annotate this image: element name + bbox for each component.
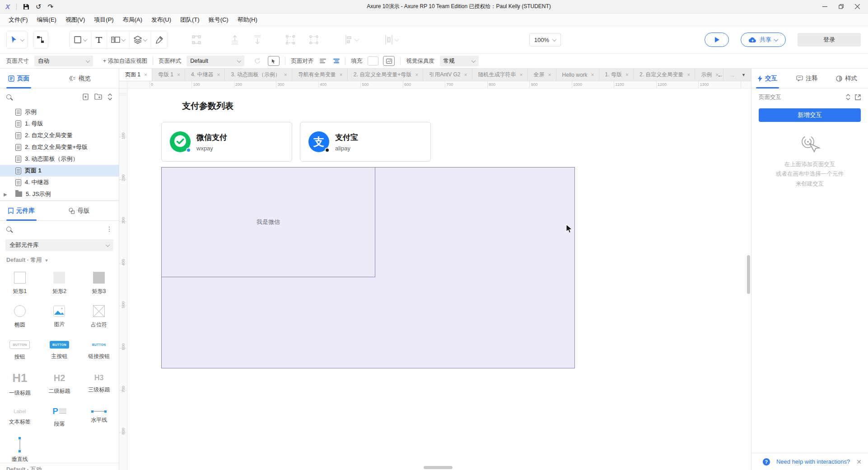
rectangle-tool-button[interactable] <box>70 31 91 48</box>
add-page-button[interactable] <box>82 93 89 100</box>
vertical-scrollbar[interactable] <box>747 255 750 294</box>
document-tab[interactable]: 导航有全局变量 × <box>292 69 348 81</box>
widget-ellipse[interactable]: 椭圆 <box>0 300 40 334</box>
horizontal-scrollbar[interactable] <box>424 466 453 469</box>
close-icon[interactable]: × <box>548 72 551 78</box>
close-icon[interactable]: × <box>687 72 690 78</box>
page-tree-item[interactable]: ▶ 3. 动态面板（示例） <box>0 153 119 165</box>
dynamic-panel-outer[interactable]: 我是微信 <box>161 167 575 368</box>
menu-item[interactable]: 编辑(E) <box>33 14 61 26</box>
document-tab[interactable]: Hello work × <box>556 69 599 81</box>
page-tree-item[interactable]: ▶ 1. 母版 <box>0 118 119 130</box>
widget-image[interactable]: 图片 <box>40 300 79 334</box>
layers-tool-button[interactable] <box>129 31 151 48</box>
widget-text-label[interactable]: Label 文本标签 <box>0 400 40 434</box>
align-page-center-button[interactable] <box>333 59 340 63</box>
open-external-icon[interactable] <box>855 94 861 100</box>
close-icon[interactable]: ✕ <box>856 458 862 465</box>
close-icon[interactable]: × <box>625 72 629 78</box>
text-tool-button[interactable] <box>91 31 107 48</box>
widget-h3[interactable]: H3 三级标题 <box>79 367 119 400</box>
document-tab[interactable]: 页面 1 × <box>119 69 152 81</box>
widget-h1[interactable]: H1 一级标题 <box>0 367 40 400</box>
tab-interactions[interactable]: 交互 <box>756 69 779 88</box>
login-button[interactable]: 登录 <box>798 33 861 47</box>
tab-scroll-right-icon[interactable]: → <box>729 72 735 79</box>
align-page-left-button[interactable] <box>320 59 326 63</box>
page-tree-item[interactable]: ▶ 4. 中继器 <box>0 177 119 188</box>
tab-overview[interactable]: 概览 <box>67 69 93 88</box>
document-tab[interactable]: 4. 中继器 × <box>185 69 225 81</box>
fidelity-select[interactable]: 常规 <box>440 56 479 66</box>
chevron-down-icon[interactable] <box>143 37 148 42</box>
tab-pages[interactable]: 页面 <box>6 69 31 88</box>
dynamic-panel-state[interactable]: 我是微信 <box>161 167 375 277</box>
select-tool-button[interactable] <box>6 31 28 49</box>
close-icon[interactable]: × <box>177 72 180 78</box>
close-icon[interactable]: × <box>284 72 287 78</box>
menu-item[interactable]: 项目(P) <box>90 14 117 26</box>
library-section-header[interactable]: Default · 常用 ▼ <box>6 256 119 264</box>
close-icon[interactable]: × <box>217 72 220 78</box>
chevron-down-icon[interactable] <box>83 37 88 42</box>
widget-placeholder[interactable]: 占位符 <box>79 300 119 334</box>
document-tab[interactable]: 引用AntV G2 × <box>423 69 472 81</box>
zoom-level-select[interactable]: 100% <box>529 33 561 47</box>
restore-button[interactable] <box>835 1 847 12</box>
widget-rect2[interactable]: 矩形2 <box>40 267 79 300</box>
page-tree-item[interactable]: ▶ 示例 <box>0 106 119 118</box>
document-tab[interactable]: 1. 母版 × <box>599 69 634 81</box>
widget-h2[interactable]: H2 二级标题 <box>40 367 79 400</box>
menu-item[interactable]: 布局(A) <box>119 14 146 26</box>
wechat-pay-card[interactable]: 微信支付 wxpay <box>161 122 292 162</box>
page-tree-item[interactable]: ▶ 2. 自定义全局变量+母版 <box>0 141 119 153</box>
expander-icon[interactable]: ▶ <box>4 192 7 197</box>
page-size-select[interactable]: 自动 <box>34 56 93 66</box>
collapse-all-button[interactable] <box>107 93 112 100</box>
share-button[interactable]: 共享 <box>741 33 786 47</box>
tab-styles[interactable]: 样式 <box>834 69 859 88</box>
widget-vline[interactable]: 垂直线 <box>0 434 40 467</box>
chevron-down-icon[interactable] <box>121 37 126 42</box>
page-tree-item[interactable]: ▶ 5. JS示例 <box>0 188 119 200</box>
pen-tool-button[interactable] <box>151 31 168 48</box>
document-tab[interactable]: 母版 1 × <box>152 69 185 81</box>
tab-scroll-left-icon[interactable]: ← <box>717 72 723 79</box>
library-select[interactable]: 全部元件库 <box>5 239 113 251</box>
tab-widgets[interactable]: 元件库 <box>6 201 37 220</box>
widget-primary-button[interactable]: BUTTON 主按钮 <box>40 334 79 367</box>
select-mode-icon[interactable] <box>268 56 280 66</box>
page-style-select[interactable]: Default <box>187 56 244 66</box>
widget-paragraph[interactable]: P 段落 <box>40 400 79 434</box>
redo-icon[interactable]: ↷ <box>48 3 54 10</box>
alipay-card[interactable]: 支 支付宝 alipay <box>300 122 431 162</box>
widget-button[interactable]: BUTTON 按钮 <box>0 334 40 367</box>
connector-tool-button[interactable] <box>33 31 48 49</box>
page-tree-item[interactable]: ▶ 页面 1 <box>0 165 119 177</box>
search-icon[interactable] <box>6 94 11 99</box>
library-section-header-interactive[interactable]: Default · 互动 <box>0 463 119 470</box>
menu-item[interactable]: 团队(T) <box>176 14 204 26</box>
widget-hline[interactable]: 水平线 <box>79 400 119 434</box>
help-link[interactable]: Need help with interactions? <box>776 458 850 465</box>
menu-item[interactable]: 文件(F) <box>5 14 32 26</box>
add-interaction-button[interactable]: 新增交互 <box>759 108 861 122</box>
tab-notes[interactable]: 注释 <box>794 69 820 88</box>
add-folder-button[interactable] <box>94 93 102 100</box>
close-icon[interactable]: × <box>591 72 594 78</box>
preview-button[interactable] <box>705 33 729 47</box>
fill-image-button[interactable] <box>383 56 395 66</box>
menu-item[interactable]: 发布(U) <box>147 14 175 26</box>
document-tab[interactable]: 随机生成字符串 × <box>472 69 528 81</box>
tab-masters[interactable]: 母版 <box>66 201 92 220</box>
document-tab[interactable]: 2. 自定义全局变量 × <box>634 69 695 81</box>
undo-icon[interactable]: ↺ <box>36 3 42 10</box>
menu-item[interactable]: 账号(C) <box>205 14 233 26</box>
document-tab[interactable]: 全屏 × <box>528 69 556 81</box>
widgets-menu-icon[interactable]: ⋮ <box>106 225 112 233</box>
page-canvas[interactable]: 支付参数列表 微信支付 wxpay 支 <box>127 88 751 470</box>
collapse-expand-icon[interactable] <box>846 94 850 100</box>
close-icon[interactable]: × <box>464 72 467 78</box>
document-tab[interactable]: 3. 动态面板（示例） × <box>225 69 292 81</box>
menu-item[interactable]: 帮助(H) <box>233 14 261 26</box>
